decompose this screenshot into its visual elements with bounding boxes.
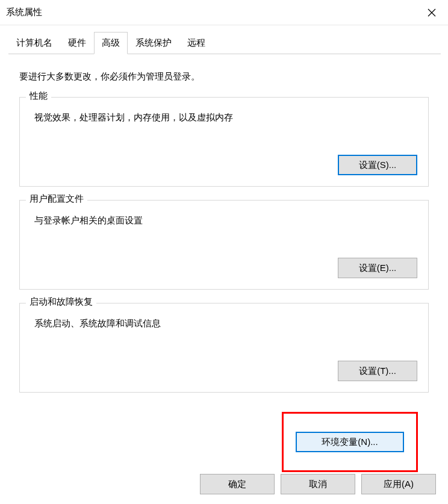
group-user-profiles-title: 用户配置文件 — [26, 193, 87, 205]
titlebar: 系统属性 — [0, 0, 448, 25]
group-startup-recovery-desc: 系统启动、系统故障和调试信息 — [34, 318, 417, 329]
group-startup-recovery-title: 启动和故障恢复 — [26, 296, 96, 308]
ok-button[interactable]: 确定 — [200, 474, 275, 494]
performance-settings-button[interactable]: 设置(S)... — [338, 155, 417, 175]
startup-recovery-settings-button[interactable]: 设置(T)... — [338, 361, 417, 381]
env-variables-container: 环境变量(N)... — [19, 412, 429, 472]
apply-button[interactable]: 应用(A) — [361, 474, 436, 494]
tab-computer-name[interactable]: 计算机名 — [8, 32, 60, 54]
cancel-button[interactable]: 取消 — [281, 474, 355, 494]
close-icon — [428, 8, 436, 17]
content-area: 要进行大多数更改，你必须作为管理员登录。 性能 视觉效果，处理器计划，内存使用，… — [0, 54, 448, 478]
dialog-footer: 确定 取消 应用(A) — [200, 474, 436, 494]
group-performance-desc: 视觉效果，处理器计划，内存使用，以及虚拟内存 — [34, 112, 417, 123]
tab-system-protection[interactable]: 系统保护 — [128, 32, 179, 54]
group-user-profiles: 用户配置文件 与登录帐户相关的桌面设置 设置(E)... — [19, 200, 429, 290]
close-button[interactable] — [415, 0, 448, 25]
environment-variables-button[interactable]: 环境变量(N)... — [296, 432, 404, 452]
group-performance-button-row: 设置(S)... — [31, 155, 417, 175]
red-highlight-annotation: 环境变量(N)... — [282, 412, 418, 472]
tab-bar: 计算机名 硬件 高级 系统保护 远程 — [8, 31, 441, 54]
group-user-profiles-button-row: 设置(E)... — [31, 258, 417, 278]
group-performance: 性能 视觉效果，处理器计划，内存使用，以及虚拟内存 设置(S)... — [19, 97, 429, 187]
tab-remote[interactable]: 远程 — [179, 32, 213, 54]
window-title: 系统属性 — [6, 7, 42, 18]
group-performance-title: 性能 — [26, 90, 51, 102]
user-profiles-settings-button[interactable]: 设置(E)... — [338, 258, 417, 278]
group-startup-recovery: 启动和故障恢复 系统启动、系统故障和调试信息 设置(T)... — [19, 303, 429, 393]
intro-text: 要进行大多数更改，你必须作为管理员登录。 — [19, 71, 429, 82]
group-startup-recovery-button-row: 设置(T)... — [31, 361, 417, 381]
tab-hardware[interactable]: 硬件 — [60, 32, 94, 54]
group-user-profiles-desc: 与登录帐户相关的桌面设置 — [34, 215, 417, 226]
tab-advanced[interactable]: 高级 — [94, 32, 128, 54]
